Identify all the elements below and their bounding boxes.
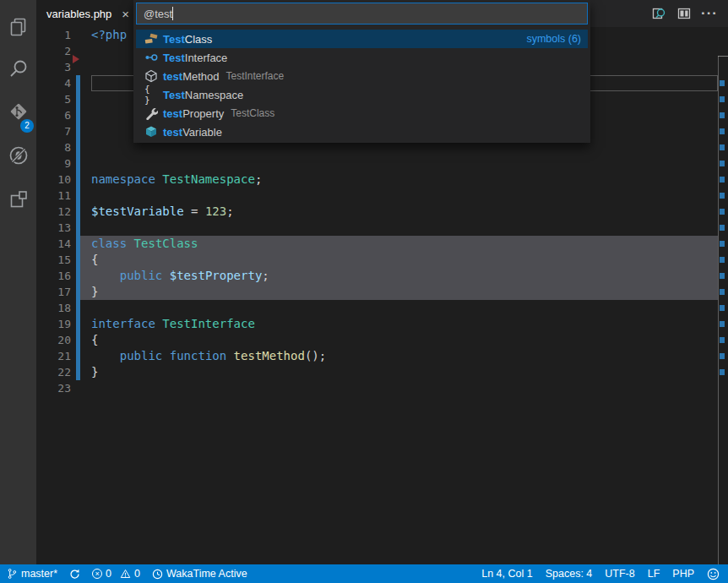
encoding[interactable]: UTF-8 bbox=[605, 568, 634, 580]
line-number[interactable]: 1 bbox=[36, 27, 71, 43]
variable-icon bbox=[144, 125, 158, 139]
line-number[interactable]: 3 bbox=[36, 59, 71, 75]
quick-open-input[interactable] bbox=[136, 3, 588, 25]
indentation[interactable]: Spaces: 4 bbox=[546, 568, 593, 580]
ruler-modified-mark bbox=[720, 305, 725, 311]
problems-status[interactable]: × 0 0 bbox=[92, 568, 140, 580]
ruler-modified-mark bbox=[720, 161, 725, 166]
quick-open-item-testmethod[interactable]: testMethodTestInterface bbox=[136, 67, 588, 85]
scm-badge: 2 bbox=[20, 119, 34, 133]
property-icon bbox=[144, 106, 158, 120]
quick-open-item-testproperty[interactable]: testPropertyTestClass bbox=[136, 104, 588, 123]
code-text bbox=[71, 75, 91, 91]
symbol-label: testMethod bbox=[163, 70, 220, 83]
sync-status[interactable] bbox=[69, 569, 80, 580]
code-text bbox=[71, 59, 91, 75]
extensions-icon bbox=[7, 188, 30, 215]
split-editor-icon[interactable] bbox=[676, 5, 693, 22]
cursor-position[interactable]: Ln 4, Col 1 bbox=[481, 568, 532, 580]
code-line[interactable]: 12$testVariable = 123; bbox=[36, 204, 728, 220]
code-line[interactable]: 23 bbox=[36, 380, 728, 396]
git-branch-status[interactable]: master* bbox=[7, 568, 57, 580]
overview-ruler[interactable] bbox=[718, 27, 728, 564]
quick-open-item-testvariable[interactable]: testVariable bbox=[136, 123, 588, 141]
line-number[interactable]: 15 bbox=[36, 252, 71, 268]
code-line[interactable]: 21 public function testMethod(); bbox=[36, 348, 728, 364]
line-number[interactable]: 12 bbox=[36, 204, 71, 220]
line-number[interactable]: 21 bbox=[36, 348, 71, 364]
sync-icon bbox=[69, 569, 80, 580]
line-number[interactable]: 6 bbox=[36, 107, 71, 123]
activity-explorer[interactable] bbox=[0, 10, 36, 47]
code-line[interactable]: 18 bbox=[36, 300, 728, 316]
code-line[interactable]: 20{ bbox=[36, 332, 728, 348]
code-line[interactable]: 17} bbox=[36, 284, 728, 300]
code-text bbox=[71, 91, 91, 107]
line-number[interactable]: 13 bbox=[36, 220, 71, 236]
ruler-modified-mark bbox=[720, 144, 725, 150]
line-number[interactable]: 17 bbox=[36, 284, 71, 300]
code-text bbox=[71, 380, 91, 396]
line-number[interactable]: 4 bbox=[36, 75, 71, 91]
line-number[interactable]: 8 bbox=[36, 139, 71, 155]
quick-open-item-testinterface[interactable]: TestInterface bbox=[136, 48, 588, 67]
quick-open-item-testnamespace[interactable]: { }TestNamespace bbox=[136, 85, 588, 104]
ruler-modified-mark bbox=[720, 369, 725, 375]
ruler-modified-mark bbox=[720, 337, 725, 343]
code-line[interactable]: 14class TestClass bbox=[36, 236, 728, 252]
code-text bbox=[71, 220, 91, 236]
line-number[interactable]: 2 bbox=[36, 43, 71, 59]
line-number[interactable]: 18 bbox=[36, 300, 71, 316]
code-text: } bbox=[71, 284, 98, 300]
activity-extensions[interactable] bbox=[0, 183, 36, 220]
wakatime-status[interactable]: WakaTime Active bbox=[152, 568, 247, 580]
symbol-detail: TestInterface bbox=[226, 70, 285, 82]
code-line[interactable]: 13 bbox=[36, 220, 728, 236]
code-text bbox=[71, 155, 91, 172]
line-number[interactable]: 11 bbox=[36, 188, 71, 204]
branch-icon bbox=[7, 568, 18, 580]
open-preview-icon[interactable] bbox=[650, 5, 667, 22]
language-mode[interactable]: PHP bbox=[672, 568, 694, 580]
line-number[interactable]: 20 bbox=[36, 332, 71, 348]
line-number[interactable]: 10 bbox=[36, 172, 71, 188]
line-number[interactable]: 5 bbox=[36, 91, 71, 107]
code-line[interactable]: 16 public $testProperty; bbox=[36, 268, 728, 284]
code-text: $testVariable = 123; bbox=[71, 204, 234, 220]
ruler-modified-mark bbox=[720, 225, 725, 231]
scrollbar-slider-top[interactable] bbox=[718, 56, 728, 57]
code-line[interactable]: 10namespace TestNamespace; bbox=[36, 172, 728, 188]
scrollbar-edge[interactable] bbox=[718, 56, 719, 564]
tab-variables-php[interactable]: variables.php × bbox=[36, 0, 136, 27]
activity-source-control[interactable]: 2 bbox=[0, 95, 36, 132]
code-line[interactable]: 22} bbox=[36, 364, 728, 380]
line-number[interactable]: 7 bbox=[36, 123, 71, 139]
activity-search[interactable] bbox=[0, 52, 36, 90]
code-text: { bbox=[71, 332, 98, 348]
line-number[interactable]: 19 bbox=[36, 316, 71, 332]
code-line[interactable]: 11 bbox=[36, 188, 728, 204]
line-number[interactable]: 14 bbox=[36, 236, 71, 252]
line-number[interactable]: 16 bbox=[36, 268, 71, 284]
quick-open-item-testclass[interactable]: TestClasssymbols (6) bbox=[136, 30, 588, 48]
code-text bbox=[71, 43, 91, 59]
symbols-count-badge: symbols (6) bbox=[526, 33, 581, 45]
code-line[interactable]: 19interface TestInterface bbox=[36, 316, 728, 332]
code-text: <?php bbox=[71, 27, 127, 43]
search-icon bbox=[7, 57, 30, 84]
ruler-modified-mark bbox=[720, 321, 725, 327]
files-icon bbox=[7, 15, 30, 42]
code-line[interactable]: 9 bbox=[36, 155, 728, 172]
close-icon[interactable]: × bbox=[122, 8, 129, 20]
line-number[interactable]: 9 bbox=[36, 155, 71, 172]
editor-actions: ··· bbox=[650, 0, 728, 27]
activity-debug[interactable] bbox=[0, 139, 36, 176]
line-number[interactable]: 22 bbox=[36, 364, 71, 380]
line-number[interactable]: 23 bbox=[36, 380, 71, 396]
feedback-smiley-icon[interactable] bbox=[707, 568, 720, 580]
debug-icon bbox=[7, 144, 30, 171]
code-line[interactable]: 15{ bbox=[36, 252, 728, 268]
eol-sequence[interactable]: LF bbox=[648, 568, 660, 580]
more-actions-icon[interactable]: ··· bbox=[701, 5, 718, 22]
code-text bbox=[71, 107, 91, 123]
